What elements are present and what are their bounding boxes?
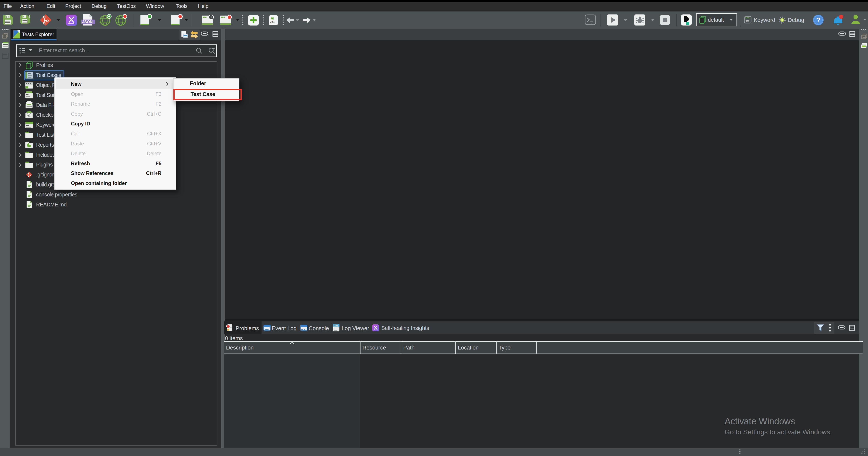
svg-text:</>: </> [270,21,275,24]
svg-text:</>: </> [745,19,749,23]
svg-text:AI: AI [271,17,274,21]
svg-text:LOG: LOG [334,324,338,326]
svg-text:JSON: JSON [82,20,93,24]
svg-text:?: ? [816,16,820,24]
